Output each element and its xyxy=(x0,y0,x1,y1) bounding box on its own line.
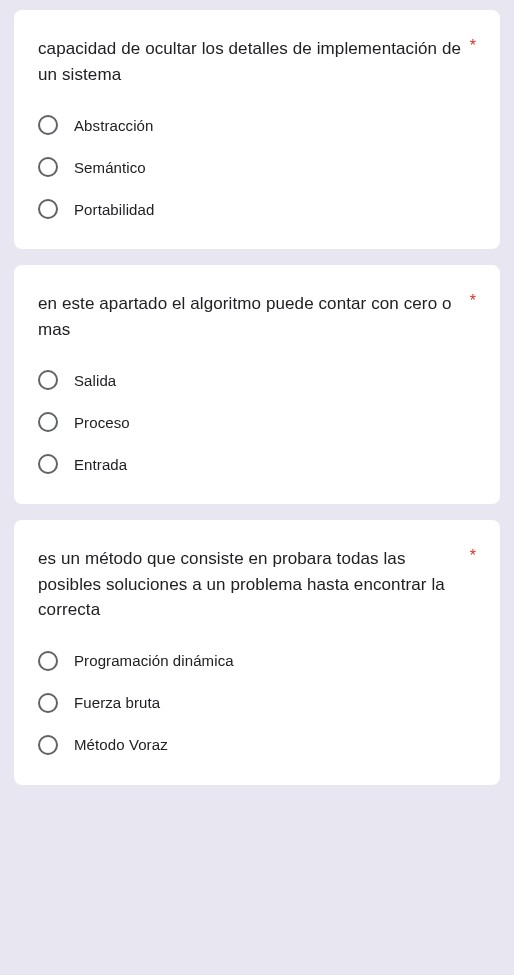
option-label: Entrada xyxy=(74,456,127,473)
radio-option[interactable]: Abstracción xyxy=(38,115,476,135)
question-card: en este apartado el algoritmo puede cont… xyxy=(14,265,500,504)
option-label: Programación dinámica xyxy=(74,652,234,669)
radio-option[interactable]: Proceso xyxy=(38,412,476,432)
radio-icon xyxy=(38,157,58,177)
radio-option[interactable]: Salida xyxy=(38,370,476,390)
radio-icon xyxy=(38,412,58,432)
radio-option[interactable]: Fuerza bruta xyxy=(38,693,476,713)
option-label: Salida xyxy=(74,372,116,389)
option-label: Proceso xyxy=(74,414,130,431)
option-label: Fuerza bruta xyxy=(74,694,160,711)
question-header: en este apartado el algoritmo puede cont… xyxy=(38,291,476,342)
required-indicator: * xyxy=(470,291,476,309)
radio-icon xyxy=(38,115,58,135)
question-text: es un método que consiste en probara tod… xyxy=(38,546,462,623)
question-header: es un método que consiste en probara tod… xyxy=(38,546,476,623)
radio-option[interactable]: Entrada xyxy=(38,454,476,474)
option-label: Portabilidad xyxy=(74,201,154,218)
question-text: en este apartado el algoritmo puede cont… xyxy=(38,291,462,342)
radio-icon xyxy=(38,454,58,474)
radio-option[interactable]: Programación dinámica xyxy=(38,651,476,671)
option-label: Método Voraz xyxy=(74,736,168,753)
radio-icon xyxy=(38,651,58,671)
radio-icon xyxy=(38,735,58,755)
radio-icon xyxy=(38,370,58,390)
option-label: Semántico xyxy=(74,159,146,176)
options-list: Abstracción Semántico Portabilidad xyxy=(38,115,476,219)
option-label: Abstracción xyxy=(74,117,153,134)
required-indicator: * xyxy=(470,546,476,564)
question-header: capacidad de ocultar los detalles de imp… xyxy=(38,36,476,87)
options-list: Salida Proceso Entrada xyxy=(38,370,476,474)
required-indicator: * xyxy=(470,36,476,54)
radio-option[interactable]: Portabilidad xyxy=(38,199,476,219)
question-card: capacidad de ocultar los detalles de imp… xyxy=(14,10,500,249)
question-text: capacidad de ocultar los detalles de imp… xyxy=(38,36,462,87)
options-list: Programación dinámica Fuerza bruta Métod… xyxy=(38,651,476,755)
radio-option[interactable]: Método Voraz xyxy=(38,735,476,755)
radio-icon xyxy=(38,199,58,219)
radio-icon xyxy=(38,693,58,713)
question-card: es un método que consiste en probara tod… xyxy=(14,520,500,785)
radio-option[interactable]: Semántico xyxy=(38,157,476,177)
